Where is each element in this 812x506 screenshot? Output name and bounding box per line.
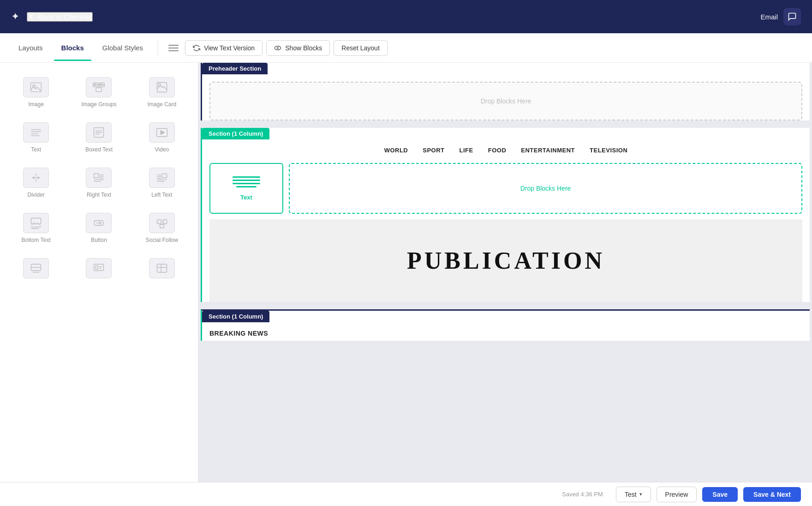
test-button[interactable]: Test ▾ <box>616 487 651 502</box>
block-label-right-text: Right Text <box>87 192 111 198</box>
publication-title: PUBLICATION <box>219 247 793 274</box>
section2-label: Section (1 Column) <box>202 311 269 322</box>
block-item-video[interactable]: Video <box>131 115 192 159</box>
block-label-button: Button <box>91 237 107 243</box>
tab-global-styles[interactable]: Global Styles <box>95 35 150 61</box>
block-icon-image-card <box>149 77 175 97</box>
block-item-text[interactable]: Text <box>6 115 66 159</box>
view-text-version-button[interactable]: View Text Version <box>185 40 263 56</box>
test-label: Test <box>625 491 637 498</box>
block-item-divider[interactable]: Divider <box>6 161 66 204</box>
left-panel: Image Image Groups Image Card <box>0 63 198 482</box>
tab-layouts[interactable]: Layouts <box>11 35 50 61</box>
canvas-area: Preheader Section Drop Blocks Here Secti… <box>198 63 812 482</box>
svg-rect-8 <box>96 88 102 92</box>
show-blocks-label: Show Blocks <box>285 44 322 52</box>
tab-blocks[interactable]: Blocks <box>54 35 91 61</box>
svg-marker-20 <box>161 131 164 135</box>
bottom-bar: Saved 4:36 PM Test ▾ Preview Save Save &… <box>0 482 812 506</box>
drop-zone-right[interactable]: Drop Blocks Here <box>289 163 802 214</box>
nav-food: FOOD <box>488 147 507 154</box>
block-icon-image-groups <box>86 77 112 97</box>
block-icon-left-text <box>149 168 175 188</box>
chat-icon <box>788 12 797 21</box>
preview-label: Preview <box>665 491 688 498</box>
block-item-image-card[interactable]: Image Card <box>131 70 192 114</box>
two-column-layout: Text Drop Blocks Here <box>202 157 810 219</box>
nav-television: TELEVISION <box>590 147 627 154</box>
eye-icon <box>274 44 281 52</box>
preheader-section: Preheader Section Drop Blocks Here <box>201 63 810 120</box>
block-item-social-follow[interactable]: tf Social Follow <box>131 206 192 249</box>
preheader-drop-label: Drop Blocks Here <box>481 97 531 105</box>
reset-layout-button[interactable]: Reset Layout <box>334 40 388 56</box>
section2-wrapper: Section (1 Column) BREAKING NEWS <box>201 309 810 341</box>
block-icon-button <box>86 213 112 233</box>
block-label-image-groups: Image Groups <box>81 101 116 108</box>
block-label-image-card: Image Card <box>147 101 176 108</box>
save-next-label: Save & Next <box>753 491 791 498</box>
block-item-image[interactable]: Image <box>6 70 66 114</box>
view-text-label: View Text Version <box>204 44 255 52</box>
save-button[interactable]: Save <box>702 487 738 502</box>
svg-rect-35 <box>31 218 41 224</box>
breaking-news-label: BREAKING NEWS <box>202 322 810 341</box>
block-icon-text <box>23 122 49 143</box>
topnav: ✦ Back to Checklist Email <box>0 0 812 33</box>
section1-label: Section (1 Column) <box>202 128 269 139</box>
block-icon-misc1 <box>23 258 49 278</box>
email-canvas: Preheader Section Drop Blocks Here Secti… <box>201 63 810 341</box>
back-label: Back to Checklist <box>39 13 92 21</box>
text-line <box>233 180 260 181</box>
preheader-section-label: Preheader Section <box>202 63 268 74</box>
block-icon-video <box>149 122 175 143</box>
nav-bar: WORLD SPORT LIFE FOOD ENTERTAINMENT TELE… <box>202 139 810 157</box>
svg-rect-2 <box>31 83 42 91</box>
block-label-divider: Divider <box>27 192 44 198</box>
block-label-left-text: Left Text <box>151 192 172 198</box>
svg-text:t: t <box>158 221 159 224</box>
block-item-image-groups[interactable]: Image Groups <box>68 70 129 114</box>
app-logo: ✦ <box>11 11 19 23</box>
block-icon-social-follow: tf <box>149 213 175 233</box>
svg-rect-53 <box>157 264 167 272</box>
preview-button[interactable]: Preview <box>657 487 697 502</box>
block-icon-boxed-text <box>86 122 112 143</box>
block-item-boxed-text[interactable]: Boxed Text <box>68 115 129 159</box>
refresh-icon <box>193 44 200 52</box>
block-item-bottom-text[interactable]: Bottom Text <box>6 206 66 249</box>
block-icon-image <box>23 77 49 97</box>
svg-rect-29 <box>162 174 167 178</box>
block-icon-bottom-text <box>23 213 49 233</box>
svg-point-0 <box>275 46 281 50</box>
text-block-label: Text <box>240 194 252 201</box>
block-icon-misc3 <box>149 258 175 278</box>
block-label-image: Image <box>28 101 43 108</box>
preheader-drop-zone[interactable]: Drop Blocks Here <box>209 82 802 120</box>
topnav-right: Email <box>760 8 801 25</box>
block-item-misc1[interactable] <box>6 251 66 288</box>
nav-world: WORLD <box>384 147 408 154</box>
svg-rect-44 <box>160 225 164 228</box>
block-item-left-text[interactable]: Left Text <box>131 161 192 204</box>
block-icon-misc2 <box>86 258 112 278</box>
section1-wrapper: Section (1 Column) WORLD SPORT LIFE FOOD… <box>201 128 810 302</box>
text-lines-icon <box>233 176 260 187</box>
show-blocks-button[interactable]: Show Blocks <box>266 40 330 56</box>
block-item-misc3[interactable] <box>131 251 192 288</box>
publication-block: PUBLICATION <box>209 219 802 302</box>
back-to-checklist-button[interactable]: Back to Checklist <box>27 12 93 22</box>
save-next-button[interactable]: Save & Next <box>743 487 801 502</box>
main-layout: Image Image Groups Image Card <box>0 63 812 482</box>
blocks-grid: Image Image Groups Image Card <box>6 70 192 288</box>
hamburger-line <box>168 50 179 51</box>
hamburger-button[interactable] <box>166 42 181 54</box>
block-item-button[interactable]: Button <box>68 206 129 249</box>
nav-entertainment: ENTERTAINMENT <box>521 147 575 154</box>
text-block-selected[interactable]: Text <box>209 163 283 214</box>
block-item-right-text[interactable]: Right Text <box>68 161 129 204</box>
drop-blocks-right-label: Drop Blocks Here <box>520 185 571 192</box>
block-item-misc2[interactable] <box>68 251 129 288</box>
chat-button[interactable] <box>783 8 801 25</box>
svg-rect-50 <box>96 266 98 269</box>
